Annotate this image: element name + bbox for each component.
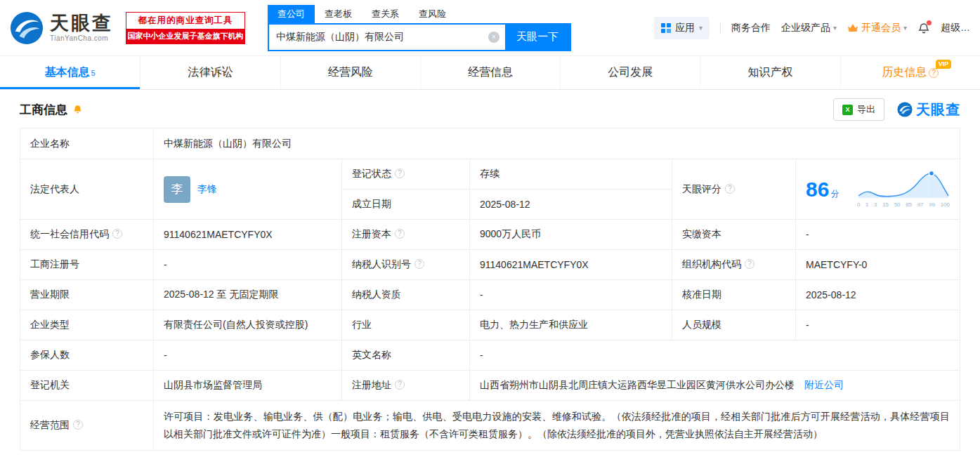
info-icon: ? — [929, 68, 939, 78]
menu-super[interactable]: 超级… — [941, 22, 970, 34]
field-value: - — [796, 220, 960, 250]
apps-label: 应用 — [675, 22, 695, 34]
score-axis-label: 50 — [894, 201, 901, 208]
promo-banner: 都在用的商业查询工具 国家中小企业发展子基金旗下机构 — [126, 12, 245, 44]
notification-bell-icon[interactable] — [917, 22, 930, 34]
search-tabs: 查公司 查老板 查关系 查风险 — [268, 5, 571, 23]
search-tab-company[interactable]: 查公司 — [268, 5, 315, 23]
field-label: 经营范围? — [20, 401, 154, 451]
search-input[interactable] — [269, 32, 488, 43]
help-icon[interactable]: ? — [73, 420, 83, 430]
menu-enterprise-products[interactable]: 企业级产品 ▾ — [781, 22, 837, 34]
score-unit: 分 — [830, 188, 839, 200]
section-title: 工商信息 — [20, 102, 67, 118]
export-button[interactable]: X 导出 — [833, 98, 884, 121]
tab-intellectual-property[interactable]: 知识产权 — [700, 56, 839, 89]
field-value: - — [154, 340, 342, 371]
search-button[interactable]: 天眼一下 — [505, 25, 570, 50]
tab-basic-info[interactable]: 基本信息5 — [0, 56, 140, 89]
section-title-wrap: 工商信息 — [20, 102, 83, 118]
help-icon[interactable]: ? — [725, 184, 735, 194]
table-row: 参保人数 - 英文名称 - — [20, 340, 960, 371]
field-value: 李 李锋 — [154, 159, 342, 220]
search-area: 查公司 查老板 查关系 查风险 × 天眼一下 — [268, 5, 571, 51]
section-actions: X 导出 天眼查 — [833, 98, 960, 121]
apps-grid-icon — [661, 23, 671, 33]
table-row: 统一社会信用代码? 91140621MAETCYFY0X 注册资本? 9000万… — [20, 220, 960, 250]
field-label: 法定代表人 — [20, 159, 154, 220]
field-value: 2025-08-12 — [796, 280, 960, 310]
field-value: 9000万人民币 — [470, 220, 672, 250]
field-label: 核准日期 — [672, 280, 796, 310]
field-value: 有限责任公司(自然人投资或控股) — [154, 310, 342, 340]
tab-count: 5 — [91, 69, 96, 77]
help-icon[interactable]: ? — [112, 229, 122, 239]
help-icon[interactable]: ? — [395, 380, 405, 390]
field-label: 人员规模 — [672, 310, 796, 340]
clear-icon[interactable]: × — [488, 32, 499, 43]
field-label: 注册资本? — [342, 220, 470, 250]
chevron-down-icon: ▾ — [833, 24, 837, 32]
field-value: 91140621MAETCYFY0X — [154, 220, 342, 250]
notification-dot — [927, 20, 932, 25]
logo-title: 天眼查 — [50, 13, 113, 34]
field-value: - — [470, 280, 672, 310]
field-value: MAETCYFY-0 — [796, 250, 960, 280]
legal-rep-link[interactable]: 李锋 — [197, 183, 217, 196]
field-label: 组织机构代码? — [672, 250, 796, 280]
field-value: 许可项目：发电业务、输电业务、供（配）电业务；输电、供电、受电电力设施的安装、维… — [154, 401, 960, 451]
table-row: 经营范围? 许可项目：发电业务、输电业务、供（配）电业务；输电、供电、受电电力设… — [20, 401, 960, 451]
score-curve — [857, 171, 950, 199]
tab-legal-proceedings[interactable]: 法律诉讼 — [140, 56, 280, 89]
tab-label: 知识产权 — [748, 65, 793, 80]
field-value: 山西省朔州市山阴县北周庄镇大运路西华昱工业园区黄河供水公司办公楼 附近公司 — [470, 371, 960, 401]
table-row: 营业期限 2025-08-12 至 无固定期限 纳税人资质 - 核准日期 202… — [20, 280, 960, 310]
help-icon[interactable]: ? — [414, 259, 424, 269]
tianyan-score: 86 分 — [806, 178, 839, 201]
help-icon[interactable]: ? — [745, 259, 754, 269]
help-icon[interactable]: ? — [395, 168, 405, 178]
search-tab-boss[interactable]: 查老板 — [315, 5, 362, 23]
field-value: - — [796, 310, 960, 340]
excel-icon: X — [842, 105, 853, 115]
logo-subtitle: TianYanCha.com — [50, 34, 113, 42]
score-axis: 0 1 3 15 50 85 97 99 100 — [857, 201, 950, 208]
tab-operating-info[interactable]: 经营信息 — [420, 56, 560, 89]
field-value: 山阴县市场监督管理局 — [154, 371, 342, 401]
search-tab-risk[interactable]: 查风险 — [409, 5, 456, 23]
app-logo[interactable]: 天眼查 TianYanCha.com — [10, 11, 113, 45]
apps-menu[interactable]: 应用 ▾ — [654, 17, 710, 39]
business-info-table: 企业名称 中煤新能源（山阴）有限公司 法定代表人 李 李锋 登记状态? 存续 天… — [20, 128, 960, 451]
tab-operating-risk[interactable]: 经营风险 — [280, 56, 420, 89]
help-icon[interactable]: ? — [395, 229, 405, 239]
field-label: 工商注册号 — [20, 250, 154, 280]
field-label: 注册地址? — [342, 371, 470, 401]
field-value: 存续 — [470, 159, 672, 190]
menu-business-cooperation[interactable]: 商务合作 — [731, 22, 771, 34]
promo-line-1: 都在用的商业查询工具 — [126, 13, 244, 29]
tab-label: 经营信息 — [468, 65, 513, 80]
subscribe-bell-icon[interactable] — [72, 105, 83, 115]
score-axis-label: 99 — [929, 201, 935, 208]
tab-history-info[interactable]: 历史信息 ? VIP — [840, 56, 980, 89]
tab-label: 基本信息 — [45, 65, 90, 80]
tab-company-development[interactable]: 公司发展 — [560, 56, 700, 89]
nearby-companies-link[interactable]: 附近公司 — [804, 379, 844, 390]
table-row: 登记机关 山阴县市场监督管理局 注册地址? 山西省朔州市山阴县北周庄镇大运路西华… — [20, 371, 960, 401]
tab-label: 经营风险 — [328, 65, 373, 80]
menu-open-vip[interactable]: 开通会员 ▾ — [847, 22, 907, 34]
score-axis-label: 0 — [857, 201, 860, 208]
promo-line-2: 国家中小企业发展子基金旗下机构 — [126, 29, 244, 44]
score-axis-label: 1 — [865, 201, 868, 208]
field-value: 2025-08-12 — [470, 190, 672, 220]
field-label: 企业名称 — [20, 128, 154, 159]
search-tab-relation[interactable]: 查关系 — [362, 5, 409, 23]
field-value: 电力、热力生产和供应业 — [470, 310, 672, 340]
logo-text: 天眼查 TianYanCha.com — [50, 13, 113, 42]
avatar[interactable]: 李 — [164, 176, 190, 203]
field-label: 纳税人资质 — [342, 280, 470, 310]
tab-label: 历史信息 — [882, 65, 927, 80]
score-value: 86 — [806, 178, 829, 201]
score-axis-label: 15 — [882, 201, 889, 208]
top-header: 天眼查 TianYanCha.com 都在用的商业查询工具 国家中小企业发展子基… — [0, 0, 980, 56]
